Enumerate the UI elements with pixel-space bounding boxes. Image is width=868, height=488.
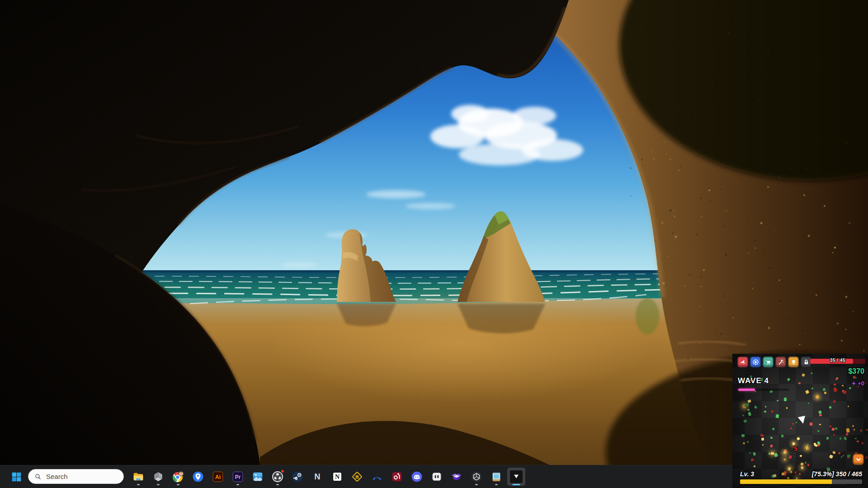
game-particle: [829, 455, 833, 459]
game-particle: [783, 449, 788, 453]
game-particle: [774, 453, 778, 457]
collapse-button[interactable]: [853, 454, 864, 465]
running-indicator: [276, 484, 279, 485]
game-particle: [745, 404, 747, 407]
game-particle: [764, 410, 767, 413]
game-particle: [835, 427, 837, 430]
game-particle: [829, 406, 832, 409]
taskbar-item-photos[interactable]: [249, 468, 267, 486]
taskbar-item-discord[interactable]: [408, 468, 426, 486]
taskbar-item-white-face-app[interactable]: [428, 468, 446, 486]
game-particle: [822, 388, 826, 391]
search-box[interactable]: [28, 469, 124, 484]
game-particle: [847, 455, 850, 459]
taskbar-item-unity-editor[interactable]: [467, 468, 486, 486]
game-particle: [742, 404, 746, 408]
game-particle: [843, 390, 846, 394]
game-particle: [834, 384, 836, 385]
game-particle: [816, 395, 819, 399]
game-particle: [820, 412, 821, 413]
nordvpn-icon: [371, 471, 383, 483]
taskbar-item-nordvpn[interactable]: [368, 468, 386, 486]
running-indicator: [177, 484, 179, 485]
game-window[interactable]: 5 35 / 45 $370 +0 WAVE 4 Lv. 3 [75.3%] 3…: [732, 354, 868, 488]
running-indicator: [157, 484, 160, 485]
taskbar-item-file-explorer[interactable]: [129, 468, 147, 486]
game-particle: [747, 409, 750, 411]
game-particle: [788, 455, 792, 459]
taskbar-item-illustrator[interactable]: Ai: [209, 468, 227, 486]
taskbar-item-n-app[interactable]: N: [308, 468, 326, 486]
game-particle: [781, 473, 784, 475]
taskbar-item-chrome[interactable]: [169, 468, 187, 486]
game-particle: [748, 412, 751, 416]
game-particle: [764, 405, 766, 408]
game-particle: [842, 385, 844, 387]
location-pin-icon: [192, 471, 204, 483]
notepad-icon: [491, 471, 502, 483]
lock-icon: [802, 358, 810, 366]
game-particle: [845, 432, 849, 436]
game-particle: [855, 377, 857, 379]
illustrator-icon: Ai: [212, 471, 224, 483]
taskbar-item-unity-hub[interactable]: [149, 468, 167, 486]
game-button-weapon[interactable]: [737, 357, 748, 367]
game-particle: [786, 407, 788, 408]
taskbar-item-steam[interactable]: [288, 468, 307, 486]
running-indicator: [236, 484, 239, 485]
game-button-ideas[interactable]: [788, 357, 799, 367]
windows-logo-icon: [11, 471, 22, 483]
pickaxe-icon: [777, 358, 785, 366]
game-particle: [800, 455, 802, 457]
game-particle: [749, 452, 751, 454]
gun-icon: [739, 358, 747, 366]
folder-icon: [132, 471, 144, 483]
game-particle: [762, 444, 764, 446]
wave-progress-bar: [738, 389, 789, 391]
game-particle: [741, 434, 745, 437]
running-indicator: [137, 484, 140, 485]
gear-ring-icon: [752, 358, 760, 366]
game-particle: [854, 429, 855, 431]
xp-bar-fill: [740, 479, 832, 484]
game-particle: [817, 442, 821, 446]
start-button[interactable]: [7, 468, 25, 486]
taskbar-item-notion[interactable]: N: [328, 468, 346, 486]
game-particle: [775, 414, 779, 418]
game-particle: [844, 436, 847, 440]
taskbar-item-purple-box-app[interactable]: [448, 468, 466, 486]
taskbar-item-game-window-app[interactable]: [507, 468, 525, 486]
game-particle: [805, 446, 809, 450]
game-particle: [794, 471, 796, 474]
game-particle: [833, 400, 836, 403]
taskbar-pinned-apps: Ai Pr N N: [129, 468, 525, 486]
game-particle: [784, 398, 787, 401]
purple-box-icon: [451, 471, 462, 483]
taskbar-item-obs-studio[interactable]: [269, 468, 287, 486]
game-particle: [796, 478, 797, 479]
taskbar-item-location-app[interactable]: [189, 468, 207, 486]
money-text: $370: [848, 367, 864, 375]
game-particle: [833, 387, 838, 392]
level-label: Lv. 3: [740, 470, 754, 478]
notion-icon: N: [331, 471, 343, 483]
game-button-gear[interactable]: [750, 357, 761, 367]
taskbar-item-yellow-diamond-app[interactable]: [348, 468, 366, 486]
game-particle: [754, 405, 758, 409]
game-particle: [753, 452, 756, 455]
svg-text:N: N: [314, 472, 320, 481]
game-particle: [836, 377, 838, 379]
taskbar-item-premiere[interactable]: Pr: [229, 468, 247, 486]
game-button-shop[interactable]: [763, 357, 774, 367]
game-particle: [784, 474, 786, 476]
game-field[interactable]: [732, 354, 868, 488]
game-button-build[interactable]: [775, 357, 786, 367]
game-particle: [816, 441, 820, 445]
taskbar-item-red-o-app[interactable]: [388, 468, 406, 486]
game-particle: [817, 430, 820, 432]
search-input[interactable]: [45, 472, 115, 481]
game-particle: [865, 456, 868, 459]
game-particle: [772, 427, 774, 430]
taskbar-item-notepad[interactable]: [487, 468, 505, 486]
game-particle: [860, 430, 862, 432]
